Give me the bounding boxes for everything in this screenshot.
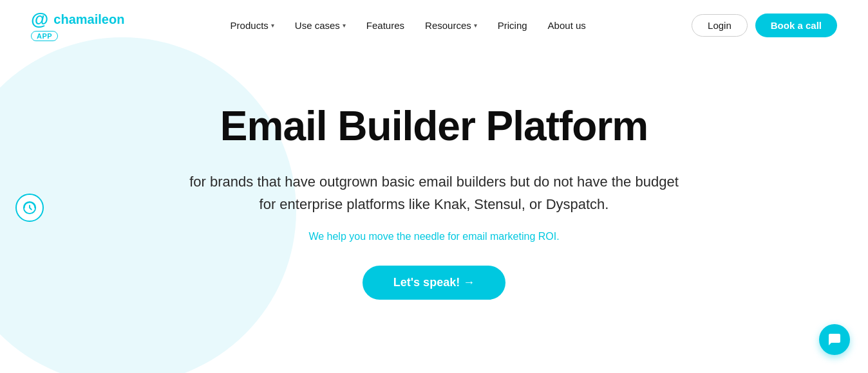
logo-badge: APP: [31, 31, 58, 41]
nav-item-use-cases[interactable]: Use cases ▾: [286, 16, 355, 35]
chevron-down-icon: ▾: [474, 22, 477, 29]
nav-item-about-us[interactable]: About us: [539, 16, 595, 35]
tagline-prefix: We help you move the: [308, 231, 413, 242]
nav-item-features[interactable]: Features: [357, 16, 413, 35]
tagline-highlight: needle for email marketing ROI: [414, 231, 556, 242]
header: @ chamaileon APP Products ▾ Use cases ▾ …: [0, 0, 868, 50]
nav-buttons: Login Book a call: [692, 14, 837, 37]
hero-section: Email Builder Platform for brands that h…: [0, 50, 868, 365]
main-nav: Products ▾ Use cases ▾ Features Resource…: [222, 16, 595, 35]
nav-item-pricing[interactable]: Pricing: [489, 16, 536, 35]
logo-name: chamaileon: [53, 12, 124, 27]
chat-widget[interactable]: [819, 324, 850, 355]
logo-area: @ chamaileon APP: [31, 9, 124, 41]
login-button[interactable]: Login: [692, 14, 748, 37]
tagline-suffix: .: [556, 231, 559, 242]
logo-at-symbol: @: [31, 9, 48, 30]
side-widget-icon[interactable]: [15, 194, 44, 222]
nav-item-resources[interactable]: Resources ▾: [416, 16, 486, 35]
hero-tagline: We help you move the needle for email ma…: [183, 231, 685, 242]
book-call-button[interactable]: Book a call: [755, 14, 837, 37]
chevron-down-icon: ▾: [343, 22, 346, 29]
hero-content: Email Builder Platform for brands that h…: [183, 103, 685, 300]
chat-icon: [827, 332, 842, 347]
cta-button[interactable]: Let's speak! →: [363, 266, 505, 300]
nav-item-products[interactable]: Products ▾: [222, 16, 283, 35]
hero-subtitle: for brands that have outgrown basic emai…: [183, 170, 685, 215]
hero-title: Email Builder Platform: [183, 103, 685, 150]
chevron-down-icon: ▾: [271, 22, 274, 29]
